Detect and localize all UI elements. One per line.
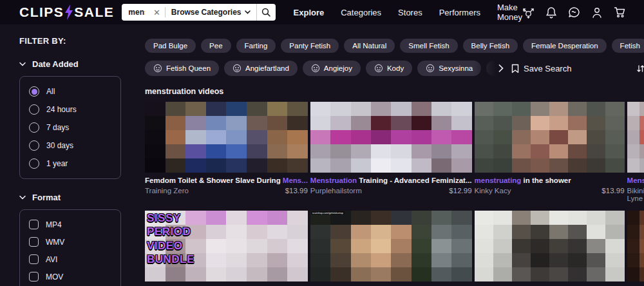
filter-option-all[interactable]: All (20, 82, 120, 100)
video-card[interactable]: menstruating in the showerKinky Kacy$13.… (475, 102, 625, 202)
clear-search-icon[interactable]: ✕ (149, 8, 165, 17)
video-card[interactable]: Femdom Toilet & Shower Slave During Mens… (145, 102, 308, 202)
checkbox[interactable] (29, 237, 39, 247)
performer-pill-label: Angiefartland (245, 64, 289, 72)
video-thumbnail[interactable]: scatshop.com/girls/alicetop (310, 211, 472, 281)
search-input[interactable] (122, 8, 149, 17)
tag-pill-smell-fetish[interactable]: Smell Fetish (400, 39, 457, 53)
performer-avatar-icon (426, 64, 435, 73)
filter-option-24-hours[interactable]: 24 hours (20, 100, 120, 119)
thumbnail-pixel (549, 253, 568, 267)
tag-pill-farting[interactable]: Farting (236, 39, 276, 53)
nav-item-categories[interactable]: Categories (341, 8, 381, 17)
thumbnail-pixel (587, 130, 605, 144)
video-price: $13.99 (601, 187, 624, 195)
filter-option-mov[interactable]: MOV (20, 268, 120, 285)
tag-pill-belly-fetish[interactable]: Belly Fetish (463, 39, 518, 53)
filter-option-30-days[interactable]: 30 days (20, 137, 120, 155)
thumbnail-pixel (512, 116, 531, 130)
chat-icon[interactable] (568, 6, 580, 18)
performers-next-button[interactable] (498, 64, 504, 72)
tag-pill-female-desperation[interactable]: Female Desperation (523, 39, 607, 53)
thumbnail-pixel (166, 130, 186, 144)
tag-pill-fetish[interactable]: Fetish (612, 39, 644, 53)
user-account-icon[interactable] (591, 6, 603, 19)
tag-pill-panty-fetish[interactable]: Panty Fetish (281, 39, 339, 53)
thumbnail-pixel (267, 267, 288, 281)
video-thumbnail[interactable] (310, 102, 472, 173)
thumbnail-pixel (226, 144, 247, 158)
main-navigation: ExploreCategoriesStoresPerformersMake Mo… (294, 3, 522, 22)
nav-item-explore[interactable]: Explore (294, 8, 325, 17)
checkbox[interactable] (29, 220, 39, 229)
shopping-cart-icon[interactable] (614, 6, 626, 18)
thumbnail-pixel (605, 225, 624, 239)
video-title[interactable]: Menstruation Training - Advanced Feminiz… (310, 176, 472, 184)
save-search-button[interactable]: Save Search (511, 64, 571, 73)
radio-button[interactable] (29, 104, 39, 115)
thumbnail-pixel (568, 239, 587, 253)
performer-pill-kody[interactable]: Kody (366, 61, 412, 76)
thumbnail-watermark: scatshop.com/girls/alicetop (311, 211, 345, 214)
nav-item-stores[interactable]: Stores (398, 8, 422, 17)
video-thumbnail[interactable] (145, 102, 308, 173)
sort-dropdown[interactable]: Sort: Most Popular (636, 64, 644, 73)
performer-pill-angiefartland[interactable]: Angiefartland (224, 61, 298, 76)
video-thumbnail[interactable]: SISSYPERIODVIDEOBUNDLE (145, 211, 308, 281)
thumbnail-pixel (451, 130, 471, 144)
video-thumbnail[interactable] (475, 211, 625, 281)
performer-pill-sexysinna[interactable]: Sexysinna (417, 61, 481, 76)
radio-button[interactable] (29, 122, 39, 133)
thumbnail-pixel (639, 102, 644, 116)
video-title[interactable]: Menstruating SISSY (627, 176, 644, 184)
video-card[interactable]: scatshop.com/girls/alicetopFarting durin… (310, 211, 472, 286)
tag-pill-all-natural[interactable]: All Natural (344, 39, 395, 53)
thumbnail-pixel (166, 102, 186, 116)
radio-button[interactable] (29, 86, 39, 97)
filter-group-header-format[interactable]: Format (19, 193, 135, 202)
performer-pill-angiejoy[interactable]: Angiejoy (303, 61, 361, 76)
tag-pill-pad-bulge[interactable]: Pad Bulge (145, 39, 196, 53)
store-name-link[interactable]: Purplehailstorm (310, 187, 362, 195)
filter-group-header-date-added[interactable]: Date Added (19, 59, 135, 69)
store-name-link[interactable]: Kinky Kacy (475, 187, 511, 195)
performer-pill-sarah-nilson[interactable]: Sarah Nilson (486, 61, 496, 76)
filter-option-1-year[interactable]: 1 year (20, 155, 120, 173)
video-card[interactable]: during menstruation mp4 HDMy private cli… (627, 211, 644, 286)
filter-option-avi[interactable]: AVI (20, 251, 120, 268)
radio-button[interactable] (29, 158, 39, 169)
checkbox[interactable] (29, 254, 39, 264)
search-submit-button[interactable] (256, 4, 276, 21)
video-card[interactable]: Menstruation Training - Advanced Feminiz… (310, 102, 472, 202)
gender-icon[interactable] (522, 6, 535, 19)
filter-option-label: All (46, 87, 55, 96)
notifications-bell-icon[interactable] (545, 6, 557, 19)
thumbnail-pixel (587, 239, 605, 253)
thumbnail-pixel (493, 102, 512, 116)
nav-item-make-money[interactable]: Make Money (497, 3, 522, 22)
video-title[interactable]: menstruating in the shower (475, 176, 625, 184)
video-title[interactable]: Femdom Toilet & Shower Slave During Mens… (145, 176, 308, 184)
site-logo[interactable]: CLIPS SALE (19, 5, 114, 20)
browse-categories-dropdown[interactable]: Browse Categories (166, 8, 256, 17)
store-name-link[interactable]: Bikini Blackmail Ballbust Lyne (627, 187, 644, 202)
video-thumbnail[interactable] (627, 102, 644, 173)
store-name-link[interactable]: Training Zero (145, 187, 189, 195)
thumbnail-pixel (549, 267, 568, 281)
tag-pill-pee[interactable]: Pee (201, 39, 231, 53)
filter-option-mp4[interactable]: MP4 (20, 216, 120, 233)
video-card[interactable]: SISSYPERIODVIDEOBUNDLESissy Period Video… (145, 211, 308, 286)
thumbnail-pixel (206, 211, 227, 225)
filter-option-wmv[interactable]: WMV (20, 233, 120, 251)
radio-button[interactable] (29, 140, 39, 151)
thumbnail-pixel (287, 116, 308, 130)
video-thumbnail[interactable] (627, 211, 644, 281)
nav-item-performers[interactable]: Performers (439, 8, 480, 17)
video-card[interactable]: Menstruating SISSYBikini Blackmail Ballb… (627, 102, 644, 202)
video-thumbnail[interactable] (475, 102, 625, 173)
checkbox[interactable] (29, 272, 39, 281)
video-card[interactable]: In public - and menstruation mp4 FULL HD… (475, 211, 625, 286)
performer-pill-fetish-queen[interactable]: Fetish Queen (145, 61, 219, 76)
filter-option-7-days[interactable]: 7 days (20, 119, 120, 137)
thumbnail-pixel (247, 267, 267, 281)
